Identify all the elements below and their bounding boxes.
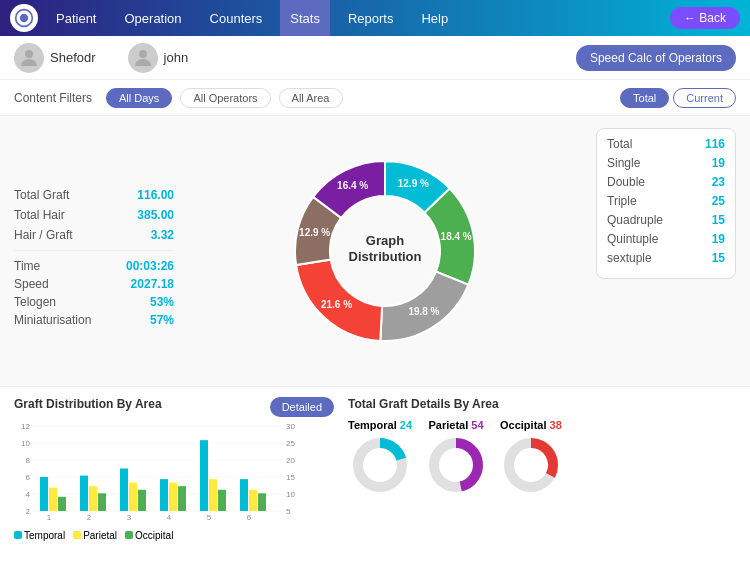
svg-text:4: 4: [26, 490, 31, 499]
svg-text:Distribution: Distribution: [349, 249, 422, 264]
total-hair-value: 385.00: [137, 208, 174, 222]
donut-chart: 12.9 %18.4 %19.8 %21.6 %12.9 %16.4 %Grap…: [265, 131, 505, 371]
speed-calc-button[interactable]: Speed Calc of Operators: [576, 45, 736, 71]
svg-text:12.9 %: 12.9 %: [398, 178, 429, 189]
svg-rect-24: [40, 477, 48, 511]
nav-counters[interactable]: Counters: [200, 0, 273, 36]
svg-text:10: 10: [21, 439, 30, 448]
user1-name: Shefodr: [50, 50, 96, 65]
nav-help[interactable]: Help: [411, 0, 458, 36]
total-graft-value: 116.00: [137, 188, 174, 202]
svg-text:8: 8: [26, 456, 31, 465]
svg-text:5: 5: [286, 507, 291, 516]
donut-chart-area: 12.9 %18.4 %19.8 %21.6 %12.9 %16.4 %Grap…: [174, 128, 596, 374]
svg-rect-37: [169, 483, 177, 511]
legend-row: Double23: [607, 175, 725, 189]
svg-rect-32: [120, 469, 128, 512]
area-donut-item: Occipital 38: [500, 419, 562, 495]
svg-rect-33: [129, 483, 137, 511]
svg-rect-28: [80, 476, 88, 511]
user2-info: john: [128, 43, 189, 73]
legend-row: sextuple15: [607, 251, 725, 265]
time-label: Time: [14, 259, 40, 273]
bottom-left-panel: Graft Distribution By Area Detailed 1210…: [14, 397, 334, 562]
legend-row: Single19: [607, 156, 725, 170]
svg-text:19.8 %: 19.8 %: [408, 306, 439, 317]
area-donut-svg-1: [426, 435, 486, 495]
svg-text:12: 12: [21, 422, 30, 431]
hair-graft-label: Hair / Graft: [14, 228, 73, 242]
content-filters: Content Filters All Days All Operators A…: [0, 80, 750, 116]
svg-point-3: [139, 50, 147, 58]
legend-row: Triple25: [607, 194, 725, 208]
svg-text:12.9 %: 12.9 %: [299, 227, 330, 238]
right-legend-panel: Total116Single19Double23Triple25Quadrupl…: [596, 128, 736, 374]
svg-rect-30: [98, 493, 106, 511]
legend-row: Total116: [607, 137, 725, 151]
bar-chart-svg: 1210864212345630252015105: [14, 421, 304, 526]
back-button[interactable]: ← Back: [670, 7, 740, 29]
total-graft-label: Total Graft: [14, 188, 69, 202]
area-donut-svg-0: [350, 435, 410, 495]
graft-dist-title: Graft Distribution By Area: [14, 397, 162, 411]
detailed-button[interactable]: Detailed: [270, 397, 334, 417]
svg-rect-29: [89, 486, 97, 511]
filter-all-area[interactable]: All Area: [279, 88, 343, 108]
total-graft-row: Total Graft 116.00: [14, 188, 174, 202]
area-donut-row: Temporal 24 Parietal 54 Occipital 38: [348, 419, 736, 495]
mini-value: 57%: [150, 313, 174, 327]
toggle-current[interactable]: Current: [673, 88, 736, 108]
bar-chart-container: 1210864212345630252015105: [14, 421, 334, 526]
area-donut-item: Parietal 54: [426, 419, 486, 495]
user1-info: Shefodr: [14, 43, 96, 73]
nav-stats[interactable]: Stats: [280, 0, 330, 36]
speed-label: Speed: [14, 277, 49, 291]
svg-text:3: 3: [127, 513, 132, 522]
nav-reports[interactable]: Reports: [338, 0, 404, 36]
nav-logo: [10, 4, 38, 32]
header-bar: Shefodr john Speed Calc of Operators: [0, 36, 750, 80]
svg-text:2: 2: [26, 507, 31, 516]
legend-row: Quintuple19: [607, 232, 725, 246]
svg-text:30: 30: [286, 422, 295, 431]
chart-legend: Temporal Parietal Occipital: [14, 530, 334, 541]
telogen-value: 53%: [150, 295, 174, 309]
svg-text:10: 10: [286, 490, 295, 499]
bottom-section: Graft Distribution By Area Detailed 1210…: [0, 386, 750, 562]
bottom-right-panel: Total Graft Details By Area Temporal 24 …: [348, 397, 736, 562]
speed-row: Speed 2027.18: [14, 277, 174, 291]
svg-text:4: 4: [167, 513, 172, 522]
legend-box: Total116Single19Double23Triple25Quadrupl…: [596, 128, 736, 279]
nav-patient[interactable]: Patient: [46, 0, 106, 36]
legend-temporal: Temporal: [14, 530, 65, 541]
left-stats-panel: Total Graft 116.00 Total Hair 385.00 Hai…: [14, 128, 174, 374]
total-hair-label: Total Hair: [14, 208, 65, 222]
area-donut-svg-2: [501, 435, 561, 495]
svg-rect-46: [258, 493, 266, 511]
speed-value: 2027.18: [131, 277, 174, 291]
svg-rect-38: [178, 486, 186, 511]
nav-operation[interactable]: Operation: [114, 0, 191, 36]
svg-text:5: 5: [207, 513, 212, 522]
svg-text:Graph: Graph: [366, 233, 404, 248]
svg-rect-36: [160, 479, 168, 511]
total-hair-row: Total Hair 385.00: [14, 208, 174, 222]
svg-rect-45: [249, 490, 257, 511]
svg-text:1: 1: [47, 513, 52, 522]
toggle-total[interactable]: Total: [620, 88, 669, 108]
graft-details-title: Total Graft Details By Area: [348, 397, 736, 411]
hair-graft-value: 3.32: [151, 228, 174, 242]
svg-text:21.6 %: 21.6 %: [321, 299, 352, 310]
filter-all-days[interactable]: All Days: [106, 88, 172, 108]
time-row: Time 00:03:26: [14, 259, 174, 273]
legend-row: Quadruple15: [607, 213, 725, 227]
svg-text:25: 25: [286, 439, 295, 448]
svg-rect-40: [200, 440, 208, 511]
time-value: 00:03:26: [126, 259, 174, 273]
telogen-row: Telogen 53%: [14, 295, 174, 309]
user2-avatar: [128, 43, 158, 73]
user1-avatar: [14, 43, 44, 73]
mini-row: Miniaturisation 57%: [14, 313, 174, 327]
filter-all-operators[interactable]: All Operators: [180, 88, 270, 108]
area-donut-item: Temporal 24: [348, 419, 412, 495]
